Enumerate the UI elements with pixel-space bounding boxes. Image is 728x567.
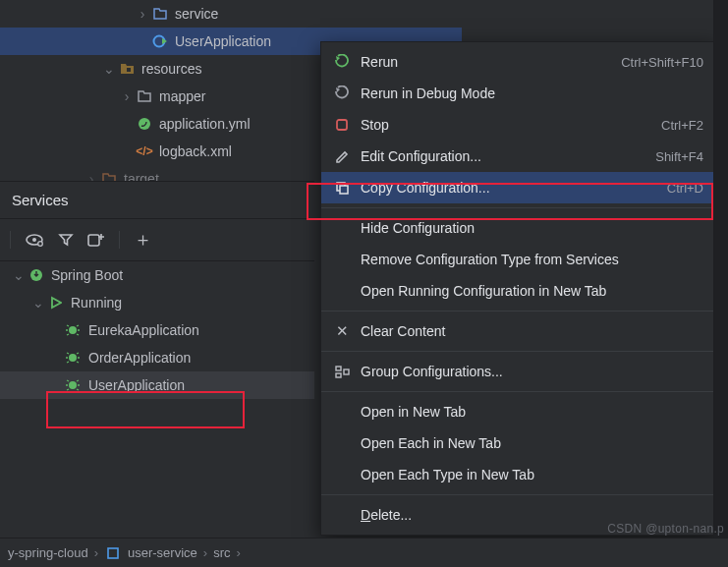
svg-rect-20 — [344, 369, 349, 374]
bug-run-icon — [65, 321, 83, 339]
svg-rect-18 — [336, 367, 341, 370]
crumb[interactable]: src — [213, 545, 230, 560]
menu-label: Open in New Tab — [361, 404, 466, 420]
chevron-right-icon: › — [83, 171, 100, 181]
add-panel-icon[interactable] — [87, 232, 105, 248]
services-panel: Services ＋ ⌄ Spring Boot ⌄ Running Eurek… — [0, 181, 314, 399]
svg-marker-9 — [52, 298, 61, 308]
tree-label: Spring Boot — [51, 267, 123, 283]
menu-label: Delete... — [361, 507, 412, 523]
services-title: Services — [0, 182, 314, 219]
tree-label: mapper — [159, 88, 205, 104]
menu-label: Open Each in New Tab — [361, 435, 501, 451]
tree-label: application.yml — [159, 116, 251, 132]
svg-rect-17 — [340, 186, 348, 194]
svg-point-12 — [69, 381, 77, 389]
group-icon — [333, 363, 351, 380]
menu-label: Group Configurations... — [361, 364, 503, 379]
menu-remove-configuration-type[interactable]: Remove Configuration Type from Services — [321, 244, 717, 275]
svg-rect-7 — [88, 235, 99, 246]
menu-label: Clear Content — [361, 323, 445, 339]
tree-label: UserApplication — [175, 33, 271, 49]
menu-label: Remove Configuration Type from Services — [361, 252, 619, 267]
tree-label: Running — [71, 295, 122, 311]
context-menu: Rerun Ctrl+Shift+F10 Rerun in Debug Mode… — [320, 41, 718, 536]
menu-rerun-debug[interactable]: Rerun in Debug Mode — [321, 78, 717, 109]
bug-run-icon — [65, 376, 83, 394]
right-gutter — [713, 0, 728, 567]
run-icon — [47, 294, 65, 312]
svg-rect-15 — [337, 120, 347, 130]
shortcut: Shift+F4 — [655, 149, 703, 164]
tree-label: target — [124, 171, 159, 181]
svg-point-3 — [139, 118, 150, 130]
menu-open-running-new-tab[interactable]: Open Running Configuration in New Tab — [321, 275, 717, 307]
shortcut: Ctrl+Shift+F10 — [621, 55, 703, 70]
svg-point-10 — [69, 326, 77, 334]
spring-file-icon — [136, 115, 153, 133]
watermark: CSDN @upton-nan.p — [607, 522, 724, 536]
shortcut: Ctrl+F2 — [661, 118, 703, 133]
chevron-right-icon: › — [236, 545, 240, 560]
tree-item-service[interactable]: › service — [0, 0, 462, 28]
copy-icon — [333, 179, 351, 197]
rerun-icon — [333, 53, 351, 71]
edit-icon — [333, 147, 351, 165]
menu-group-configurations[interactable]: Group Configurations... — [321, 356, 717, 387]
class-run-icon — [151, 32, 169, 50]
svg-rect-19 — [336, 373, 341, 377]
service-item-user[interactable]: UserApplication — [0, 371, 314, 399]
tree-label: OrderApplication — [88, 350, 191, 366]
menu-edit-configuration[interactable]: Edit Configuration... Shift+F4 — [321, 141, 717, 172]
service-item-eureka[interactable]: EurekaApplication — [0, 316, 314, 344]
svg-point-5 — [32, 238, 36, 242]
svg-rect-2 — [127, 68, 131, 72]
folder-icon — [151, 5, 169, 23]
menu-separator — [321, 351, 717, 352]
plus-icon[interactable]: ＋ — [134, 227, 152, 253]
crumb[interactable]: user-service — [128, 545, 197, 560]
services-running-node[interactable]: ⌄ Running — [0, 289, 314, 316]
service-item-order[interactable]: OrderApplication — [0, 344, 314, 371]
menu-label: Hide Configuration — [361, 220, 475, 236]
menu-label: Open Each Type in New Tab — [361, 467, 534, 482]
menu-copy-configuration[interactable]: Copy Configuration... Ctrl+D — [321, 172, 717, 203]
menu-label: Edit Configuration... — [361, 148, 481, 164]
xml-file-icon: </> — [136, 142, 153, 160]
tree-label: service — [175, 6, 218, 22]
chevron-down-icon: ⌄ — [29, 295, 47, 311]
menu-label: Rerun — [361, 54, 398, 70]
folder-icon — [100, 170, 118, 181]
menu-open-each-new-tab[interactable]: Open Each in New Tab — [321, 427, 717, 459]
show-icon[interactable] — [25, 233, 44, 247]
chevron-down-icon: ⌄ — [100, 61, 118, 77]
menu-label: Copy Configuration... — [361, 180, 490, 196]
module-icon — [104, 544, 122, 562]
tree-label: logback.xml — [159, 143, 232, 159]
svg-point-6 — [38, 242, 43, 247]
breadcrumb: y-spring-cloud › user-service › src › — [0, 538, 728, 567]
filter-icon[interactable] — [58, 232, 74, 248]
chevron-right-icon: › — [203, 545, 207, 560]
menu-separator — [321, 207, 717, 208]
menu-open-each-type-new-tab[interactable]: Open Each Type in New Tab — [321, 459, 717, 490]
services-root-spring-boot[interactable]: ⌄ Spring Boot — [0, 261, 314, 289]
folder-icon — [136, 87, 153, 105]
menu-separator — [321, 494, 717, 495]
svg-point-11 — [69, 354, 77, 362]
menu-label: Open Running Configuration in New Tab — [361, 283, 606, 299]
crumb[interactable]: y-spring-cloud — [8, 545, 88, 560]
tree-label: resources — [141, 61, 201, 77]
menu-separator — [321, 391, 717, 392]
menu-hide-configuration[interactable]: Hide Configuration — [321, 212, 717, 244]
clear-icon: ✕ — [333, 322, 351, 340]
menu-separator — [321, 311, 717, 312]
stop-icon — [333, 116, 351, 134]
menu-stop[interactable]: Stop Ctrl+F2 — [321, 109, 717, 141]
menu-open-in-new-tab[interactable]: Open in New Tab — [321, 396, 717, 427]
menu-clear-content[interactable]: ✕ Clear Content — [321, 315, 717, 347]
chevron-right-icon: › — [94, 545, 98, 560]
menu-rerun[interactable]: Rerun Ctrl+Shift+F10 — [321, 46, 717, 78]
tree-label: EurekaApplication — [88, 322, 199, 338]
rerun-debug-icon — [333, 85, 351, 102]
